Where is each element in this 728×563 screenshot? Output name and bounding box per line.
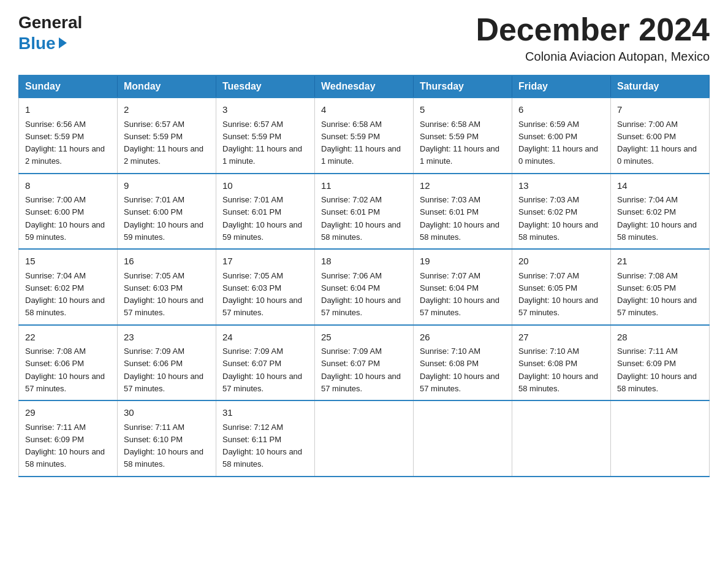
week-row-1: 1 Sunrise: 6:56 AMSunset: 5:59 PMDayligh… (19, 98, 710, 174)
day-number: 21 (617, 255, 703, 269)
logo-general: General (18, 12, 82, 33)
day-number: 12 (420, 179, 506, 193)
day-info: Sunrise: 6:59 AMSunset: 6:00 PMDaylight:… (518, 120, 598, 166)
calendar-cell: 26 Sunrise: 7:10 AMSunset: 6:08 PMDaylig… (414, 325, 512, 401)
day-number: 8 (25, 179, 111, 193)
day-number: 14 (617, 179, 703, 193)
calendar-cell: 28 Sunrise: 7:11 AMSunset: 6:09 PMDaylig… (611, 325, 710, 401)
day-number: 15 (25, 255, 111, 269)
day-number: 22 (25, 331, 111, 345)
day-info: Sunrise: 7:12 AMSunset: 6:11 PMDaylight:… (222, 423, 302, 469)
day-info: Sunrise: 6:57 AMSunset: 5:59 PMDaylight:… (124, 120, 203, 166)
day-info: Sunrise: 7:11 AMSunset: 6:09 PMDaylight:… (25, 423, 105, 469)
calendar-cell (611, 400, 710, 477)
calendar-cell (414, 400, 512, 477)
day-number: 26 (420, 331, 506, 345)
day-info: Sunrise: 7:10 AMSunset: 6:08 PMDaylight:… (518, 347, 598, 393)
day-info: Sunrise: 7:01 AMSunset: 6:00 PMDaylight:… (124, 195, 203, 242)
month-title: December 2024 (476, 12, 710, 47)
day-info: Sunrise: 7:11 AMSunset: 6:10 PMDaylight:… (124, 423, 203, 469)
day-number: 4 (321, 103, 407, 117)
calendar-cell: 20 Sunrise: 7:07 AMSunset: 6:05 PMDaylig… (512, 249, 611, 325)
day-number: 1 (25, 103, 111, 117)
calendar-cell: 8 Sunrise: 7:00 AMSunset: 6:00 PMDayligh… (19, 174, 118, 250)
weekday-header-monday: Monday (118, 75, 216, 98)
calendar-cell: 21 Sunrise: 7:08 AMSunset: 6:05 PMDaylig… (611, 249, 710, 325)
day-number: 30 (124, 406, 210, 420)
day-info: Sunrise: 7:11 AMSunset: 6:09 PMDaylight:… (617, 347, 697, 393)
day-number: 2 (124, 103, 210, 117)
day-number: 11 (321, 179, 407, 193)
day-number: 31 (222, 406, 308, 420)
calendar-cell: 18 Sunrise: 7:06 AMSunset: 6:04 PMDaylig… (315, 249, 414, 325)
calendar-cell: 13 Sunrise: 7:03 AMSunset: 6:02 PMDaylig… (512, 174, 611, 250)
calendar-cell: 23 Sunrise: 7:09 AMSunset: 6:06 PMDaylig… (118, 325, 216, 401)
week-row-5: 29 Sunrise: 7:11 AMSunset: 6:09 PMDaylig… (19, 400, 710, 477)
day-info: Sunrise: 7:01 AMSunset: 6:01 PMDaylight:… (222, 195, 302, 242)
page-header: General Blue December 2024 Colonia Aviac… (18, 12, 710, 64)
day-number: 17 (222, 255, 308, 269)
day-info: Sunrise: 7:03 AMSunset: 6:02 PMDaylight:… (518, 195, 598, 242)
day-number: 6 (518, 103, 604, 117)
calendar-cell: 24 Sunrise: 7:09 AMSunset: 6:07 PMDaylig… (216, 325, 315, 401)
day-number: 23 (124, 331, 210, 345)
calendar-cell: 7 Sunrise: 7:00 AMSunset: 6:00 PMDayligh… (611, 98, 710, 174)
weekday-header-thursday: Thursday (414, 75, 512, 98)
calendar-cell: 2 Sunrise: 6:57 AMSunset: 5:59 PMDayligh… (118, 98, 216, 174)
day-info: Sunrise: 6:57 AMSunset: 5:59 PMDaylight:… (222, 120, 302, 166)
day-info: Sunrise: 7:03 AMSunset: 6:01 PMDaylight:… (420, 195, 499, 242)
location-title: Colonia Aviacion Autopan, Mexico (476, 50, 710, 64)
day-info: Sunrise: 7:05 AMSunset: 6:03 PMDaylight:… (222, 271, 302, 318)
calendar-cell: 29 Sunrise: 7:11 AMSunset: 6:09 PMDaylig… (19, 400, 118, 477)
calendar-cell: 11 Sunrise: 7:02 AMSunset: 6:01 PMDaylig… (315, 174, 414, 250)
day-info: Sunrise: 7:07 AMSunset: 6:05 PMDaylight:… (518, 271, 598, 318)
calendar-cell: 9 Sunrise: 7:01 AMSunset: 6:00 PMDayligh… (118, 174, 216, 250)
calendar-cell: 22 Sunrise: 7:08 AMSunset: 6:06 PMDaylig… (19, 325, 118, 401)
day-info: Sunrise: 7:07 AMSunset: 6:04 PMDaylight:… (420, 271, 499, 318)
day-info: Sunrise: 7:02 AMSunset: 6:01 PMDaylight:… (321, 195, 401, 242)
calendar-cell: 15 Sunrise: 7:04 AMSunset: 6:02 PMDaylig… (19, 249, 118, 325)
day-number: 24 (222, 331, 308, 345)
day-info: Sunrise: 7:05 AMSunset: 6:03 PMDaylight:… (124, 271, 203, 318)
day-number: 28 (617, 331, 703, 345)
calendar-cell: 16 Sunrise: 7:05 AMSunset: 6:03 PMDaylig… (118, 249, 216, 325)
day-number: 19 (420, 255, 506, 269)
day-info: Sunrise: 7:09 AMSunset: 6:06 PMDaylight:… (124, 347, 203, 393)
day-info: Sunrise: 7:10 AMSunset: 6:08 PMDaylight:… (420, 347, 499, 393)
calendar-cell: 12 Sunrise: 7:03 AMSunset: 6:01 PMDaylig… (414, 174, 512, 250)
day-info: Sunrise: 7:09 AMSunset: 6:07 PMDaylight:… (222, 347, 302, 393)
weekday-header-sunday: Sunday (19, 75, 118, 98)
calendar-cell: 19 Sunrise: 7:07 AMSunset: 6:04 PMDaylig… (414, 249, 512, 325)
day-number: 20 (518, 255, 604, 269)
calendar-cell: 27 Sunrise: 7:10 AMSunset: 6:08 PMDaylig… (512, 325, 611, 401)
day-info: Sunrise: 7:00 AMSunset: 6:00 PMDaylight:… (617, 120, 697, 166)
logo: General Blue (18, 12, 82, 53)
calendar-cell: 1 Sunrise: 6:56 AMSunset: 5:59 PMDayligh… (19, 98, 118, 174)
day-info: Sunrise: 7:08 AMSunset: 6:05 PMDaylight:… (617, 271, 697, 318)
calendar-cell: 14 Sunrise: 7:04 AMSunset: 6:02 PMDaylig… (611, 174, 710, 250)
day-number: 18 (321, 255, 407, 269)
calendar-cell: 30 Sunrise: 7:11 AMSunset: 6:10 PMDaylig… (118, 400, 216, 477)
day-number: 5 (420, 103, 506, 117)
weekday-header-saturday: Saturday (611, 75, 710, 98)
day-info: Sunrise: 7:08 AMSunset: 6:06 PMDaylight:… (25, 347, 105, 393)
day-number: 13 (518, 179, 604, 193)
calendar-cell: 3 Sunrise: 6:57 AMSunset: 5:59 PMDayligh… (216, 98, 315, 174)
weekday-header-row: SundayMondayTuesdayWednesdayThursdayFrid… (19, 75, 710, 98)
day-number: 16 (124, 255, 210, 269)
calendar-cell: 31 Sunrise: 7:12 AMSunset: 6:11 PMDaylig… (216, 400, 315, 477)
calendar-cell: 4 Sunrise: 6:58 AMSunset: 5:59 PMDayligh… (315, 98, 414, 174)
week-row-4: 22 Sunrise: 7:08 AMSunset: 6:06 PMDaylig… (19, 325, 710, 401)
day-number: 7 (617, 103, 703, 117)
calendar-cell: 5 Sunrise: 6:58 AMSunset: 5:59 PMDayligh… (414, 98, 512, 174)
calendar-cell: 17 Sunrise: 7:05 AMSunset: 6:03 PMDaylig… (216, 249, 315, 325)
title-block: December 2024 Colonia Aviacion Autopan, … (476, 12, 710, 64)
calendar-cell: 10 Sunrise: 7:01 AMSunset: 6:01 PMDaylig… (216, 174, 315, 250)
day-info: Sunrise: 7:06 AMSunset: 6:04 PMDaylight:… (321, 271, 401, 318)
calendar-cell: 6 Sunrise: 6:59 AMSunset: 6:00 PMDayligh… (512, 98, 611, 174)
logo-arrow-icon (59, 37, 67, 48)
day-number: 25 (321, 331, 407, 345)
day-info: Sunrise: 6:58 AMSunset: 5:59 PMDaylight:… (420, 120, 499, 166)
weekday-header-friday: Friday (512, 75, 611, 98)
calendar-cell (315, 400, 414, 477)
